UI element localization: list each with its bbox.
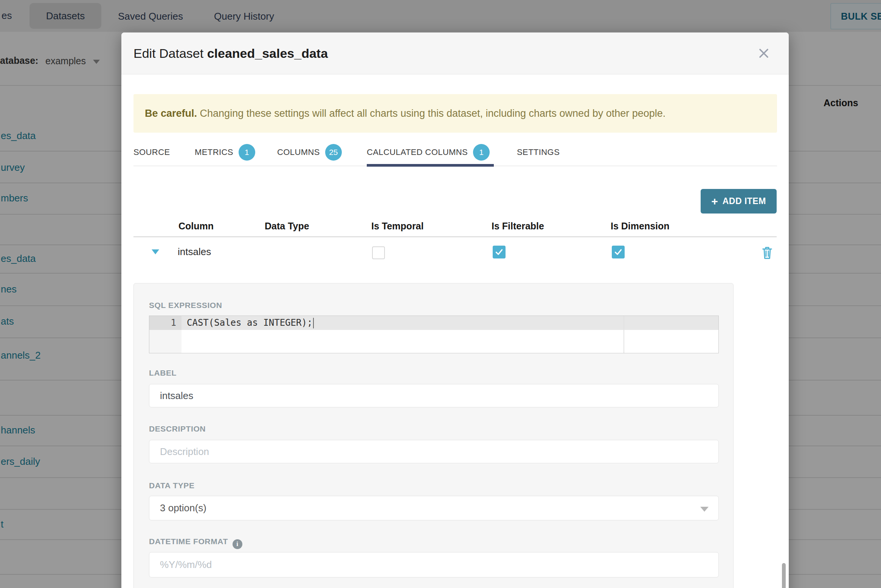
editor-print-margin [624, 316, 624, 353]
modal-scrollbar-thumb[interactable] [782, 563, 786, 588]
metrics-count-badge: 1 [239, 144, 255, 161]
table-header-divider [133, 236, 777, 237]
chevron-down-icon [700, 507, 709, 512]
header-is-dimension: Is Dimension [611, 221, 670, 232]
check-icon [494, 247, 504, 257]
calculated-column-detail-panel: SQL EXPRESSION 1 CAST(Sales as INTEGER);… [133, 283, 734, 588]
header-is-temporal: Is Temporal [371, 221, 423, 232]
check-icon [613, 247, 623, 257]
close-icon [757, 46, 771, 60]
description-field-label: DESCRIPTION [149, 424, 206, 433]
tab-calculated-columns[interactable]: CALCULATED COLUMNS 1 [367, 143, 490, 162]
tab-metrics[interactable]: METRICS 1 [195, 143, 255, 162]
header-is-filterable: Is Filterable [492, 221, 544, 232]
active-tab-indicator [367, 164, 494, 167]
columns-count-badge: 25 [325, 144, 342, 161]
trash-icon [761, 246, 773, 260]
warning-text: Be careful. Changing these settings will… [145, 108, 665, 119]
delete-row-button[interactable] [761, 246, 773, 260]
description-input[interactable] [149, 440, 719, 463]
column-name-cell: intsales [178, 246, 211, 258]
calculated-columns-count-badge: 1 [473, 144, 490, 161]
data-type-field-label: DATA TYPE [149, 481, 195, 490]
is-temporal-checkbox[interactable] [372, 246, 385, 259]
warning-banner: Be careful. Changing these settings will… [133, 94, 777, 133]
is-filterable-checkbox[interactable] [493, 246, 506, 258]
tab-settings[interactable]: SETTINGS [517, 143, 560, 162]
datetime-format-field-label: DATETIME FORMATi [149, 537, 242, 549]
sql-expression-label: SQL EXPRESSION [149, 301, 222, 310]
is-dimension-checkbox[interactable] [612, 246, 625, 258]
datasets-page: es Datasets Saved Queries Query History … [0, 0, 881, 588]
sql-expression-editor[interactable]: 1 CAST(Sales as INTEGER); [149, 316, 719, 353]
close-button[interactable] [755, 45, 772, 62]
add-item-button[interactable]: + ADD ITEM [701, 189, 777, 214]
row-expander-caret-icon[interactable] [152, 249, 159, 254]
label-field-label: LABEL [149, 368, 177, 378]
info-icon[interactable]: i [233, 539, 242, 549]
edit-dataset-modal: Edit Dataset cleaned_sales_data Be caref… [121, 32, 789, 588]
data-type-select[interactable]: 3 option(s) [149, 496, 719, 520]
plus-icon: + [711, 196, 718, 207]
modal-title-dataset-name: cleaned_sales_data [207, 46, 328, 60]
modal-title-prefix: Edit Dataset [133, 46, 207, 60]
editor-line-number: 1 [149, 316, 176, 330]
label-input[interactable] [149, 384, 719, 407]
header-data-type: Data Type [265, 221, 309, 232]
modal-title: Edit Dataset cleaned_sales_data [133, 46, 328, 61]
tab-columns[interactable]: COLUMNS 25 [277, 143, 342, 162]
sql-code: CAST(Sales as INTEGER); [187, 316, 314, 330]
header-column: Column [178, 221, 214, 232]
datetime-format-input[interactable] [149, 552, 719, 577]
text-cursor [313, 318, 314, 328]
tab-source[interactable]: SOURCE [133, 143, 170, 162]
